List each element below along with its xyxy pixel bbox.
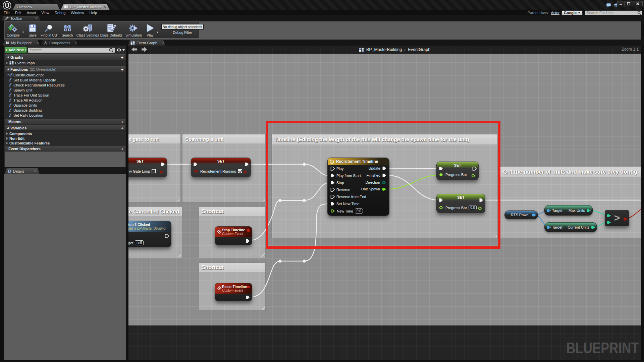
int-in-pin[interactable] (606, 213, 611, 219)
add-macro-button[interactable]: + (121, 119, 123, 124)
variables-section-header[interactable]: Variables + (5, 125, 125, 131)
class-defaults-button[interactable]: Class Defaults (99, 22, 123, 38)
function-row[interactable]: f Spawn Unit (5, 87, 125, 93)
close-tab-icon[interactable]: ✕ (35, 17, 38, 20)
menu-help[interactable]: Help (87, 11, 100, 15)
compile-button[interactable]: Compile (5, 22, 21, 38)
breadcrumb-current[interactable]: EventGraph (408, 47, 430, 52)
expand-arrow-icon[interactable] (6, 137, 8, 140)
comment-title[interactable]: Spawning a unit (182, 134, 265, 143)
exec-in-pin[interactable] (193, 162, 198, 166)
function-row[interactable]: f Upgrade Building (5, 108, 125, 113)
details-tab[interactable]: Details ✕ (5, 168, 40, 174)
delegate-pin[interactable] (247, 229, 250, 232)
comment-resize-grip[interactable] (175, 197, 180, 201)
comment-resize-grip[interactable] (260, 305, 265, 310)
bool-checkbox-checked[interactable] (238, 169, 242, 173)
target-self-box[interactable]: self (135, 240, 144, 245)
play-button[interactable]: Play (144, 22, 156, 38)
object-pin[interactable] (546, 226, 551, 230)
find-in-cb-button[interactable]: Find in CB (39, 22, 59, 38)
comment-title[interactable]: Shortcut (199, 207, 265, 216)
function-row[interactable]: f Trace For Unit Spawn (5, 93, 125, 98)
add-graph-button[interactable]: + (121, 55, 123, 60)
maximize-button[interactable] (625, 1, 632, 6)
int-in-pin[interactable] (606, 220, 611, 226)
object-pin[interactable] (546, 209, 551, 213)
variable-group-customizable[interactable]: Customizable Features (5, 140, 125, 145)
blueprint-search-input[interactable]: Search (28, 47, 115, 53)
object-pin[interactable] (532, 213, 536, 218)
close-tab-icon[interactable]: ✕ (34, 170, 37, 173)
comment-resize-grip[interactable] (176, 253, 181, 257)
menu-file[interactable]: File (1, 11, 12, 15)
exec-out-pin[interactable] (246, 239, 250, 243)
compile-dropdown-caret[interactable]: ▾ (22, 26, 24, 34)
close-tab-icon[interactable]: ✕ (75, 41, 77, 45)
menu-debug[interactable]: Debug (52, 11, 68, 15)
help-search-input[interactable]: Search For Help (585, 10, 642, 15)
node-button3-clicked[interactable]: ton 3 Clicked get is BP Master Building … (128, 221, 171, 247)
components-tab[interactable]: Components ✕ (41, 40, 78, 46)
asset-tab-bp-masterbuilding[interactable]: BP_MasterBuilding ✕ (61, 4, 110, 10)
node-get-current-units[interactable]: Target Current Units (545, 223, 597, 232)
function-row[interactable]: f Check Recrutement Resources (5, 82, 125, 87)
add-event-dispatcher-button[interactable]: + (121, 146, 123, 152)
node-greater-than[interactable]: > (605, 210, 629, 226)
menu-view[interactable]: View (39, 11, 52, 15)
bool-out-pin[interactable] (623, 216, 628, 222)
exec-out-pin[interactable] (245, 162, 249, 166)
node-set-gate-loop[interactable]: SET w Gate Loop (128, 158, 167, 177)
comment-title[interactable]: e gate to run (128, 134, 180, 143)
event-graph-row[interactable]: EventGraph (5, 60, 125, 65)
node-get-max-units[interactable]: Target Max Units (545, 205, 592, 215)
comment-title[interactable]: Shortcut (199, 263, 265, 272)
asset-tab-overview[interactable]: Overview (13, 4, 60, 10)
expand-arrow-icon[interactable] (6, 62, 8, 64)
minimize-button[interactable] (617, 1, 625, 6)
toolbar-tab[interactable]: Toolbar ✕ (2, 16, 41, 21)
int-pin[interactable] (586, 209, 591, 213)
save-button[interactable]: Save (26, 22, 39, 38)
comment-title[interactable]: Get the number of units and make sure th… (500, 167, 641, 177)
add-variable-button[interactable]: + (121, 126, 123, 131)
expand-arrow-icon[interactable] (6, 142, 8, 144)
node-reset-timeline[interactable]: Reset Timeline Custom Event (215, 283, 252, 301)
simulation-button[interactable]: Simulation (124, 22, 143, 38)
exec-out-pin[interactable] (165, 234, 169, 238)
menu-edit[interactable]: Edit (12, 11, 24, 15)
exec-out-pin[interactable] (246, 295, 250, 299)
function-row[interactable]: f Upgrade Units (5, 103, 125, 108)
close-tab-icon[interactable]: ✕ (103, 5, 106, 9)
menu-window[interactable]: Window (68, 11, 87, 15)
exec-out-pin[interactable] (161, 162, 165, 166)
my-blueprint-tab[interactable]: My Blueprint ✕ (3, 40, 40, 46)
function-row[interactable]: f Set Build Material Opacity (5, 77, 125, 82)
graphs-section-header[interactable]: Graphs + (5, 54, 125, 60)
function-row[interactable]: f Trace All Rotation (5, 98, 125, 103)
parent-class-link[interactable]: Actor (551, 11, 559, 15)
variable-group-components[interactable]: Components (5, 131, 125, 136)
function-row[interactable]: ↷f ConstructionScript (5, 72, 125, 77)
variable-group-non-edit[interactable]: Non Edit (5, 136, 125, 141)
macros-section-header[interactable]: Macros + (5, 119, 125, 124)
node-set-recrutement-running[interactable]: SET Recrutement Running (191, 158, 251, 177)
bool-checkbox-unchecked[interactable] (152, 169, 156, 173)
node-stop-timeline[interactable]: Stop Timeline Custom Event (215, 227, 252, 245)
menu-asset[interactable]: Asset (24, 11, 39, 15)
play-dropdown-caret[interactable]: ▾ (157, 26, 158, 34)
functions-section-header[interactable]: Functions (21 Overridable) + (5, 66, 125, 72)
int-pin[interactable] (591, 226, 595, 230)
node-rts-pawn-getter[interactable]: RTS Pawn (505, 211, 538, 219)
event-graph-tab[interactable]: Event Graph ✕ (128, 40, 165, 46)
event-graph-canvas[interactable]: BP_MasterBuilding › EventGraph Zoom 1:1 … (128, 46, 641, 360)
bool-pin[interactable] (243, 169, 248, 175)
bool-pin[interactable] (194, 169, 199, 173)
function-row[interactable]: f Set Rally Location (5, 113, 125, 118)
expand-arrow-icon[interactable] (6, 132, 8, 135)
feedback-bubble-icon[interactable] (606, 3, 611, 8)
comment-resize-grip[interactable] (260, 252, 265, 257)
bool-pin[interactable] (159, 169, 164, 175)
close-tab-icon[interactable]: ✕ (36, 41, 39, 45)
debug-object-dropdown[interactable]: No debug object selected (161, 24, 204, 29)
